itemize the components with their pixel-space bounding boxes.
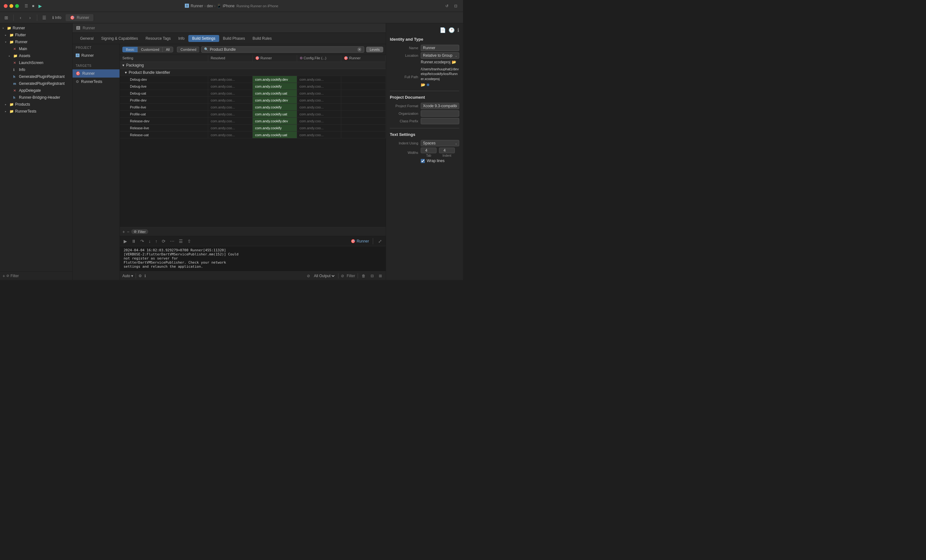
sidebar-toggle-button[interactable]: ☰: [23, 3, 30, 9]
step-out-btn[interactable]: ↑: [154, 238, 159, 244]
class-prefix-input[interactable]: [421, 118, 459, 124]
sidebar-item-main[interactable]: ✕ Main: [0, 45, 72, 52]
tab-general[interactable]: General: [76, 35, 97, 42]
filter-output-icon[interactable]: ⊘: [341, 274, 344, 278]
info-icon-footer[interactable]: ℹ: [144, 274, 146, 278]
td-release-live-config: com.andy.coo...: [297, 124, 342, 131]
close-button[interactable]: [4, 4, 8, 8]
filter-combined-btn[interactable]: Combined: [177, 47, 199, 52]
clock-icon[interactable]: 🕐: [448, 27, 455, 33]
sidebar-item-products[interactable]: ▸ 📁 Products: [0, 101, 72, 108]
forward-icon[interactable]: ›: [26, 14, 34, 21]
sidebar-item-gen-plugin-h[interactable]: h GeneratedPluginRegistrant: [0, 73, 72, 80]
sidebar-item-runnertests[interactable]: ▸ 📁 RunnerTests: [0, 108, 72, 115]
filter-search-box[interactable]: 🔍 Product Bundle ✕: [201, 46, 364, 53]
navigator-toggle-icon[interactable]: ⊞: [3, 14, 10, 21]
target-item-runner[interactable]: 🎯 Runner: [73, 70, 120, 77]
add-icon[interactable]: +: [3, 273, 5, 278]
breadcrumb: Runner › dev › 📱 iPhone: [191, 4, 235, 8]
tab-resource-tags[interactable]: Resource Tags: [142, 35, 174, 42]
split-view-btn[interactable]: ⊟: [369, 273, 375, 279]
sidebar-item-gen-plugin-m[interactable]: m GeneratedPluginRegistrant: [0, 80, 72, 87]
filter-all-btn[interactable]: All: [162, 47, 173, 52]
pause-log-btn[interactable]: ⏸: [130, 238, 137, 244]
thread-menu-btn[interactable]: ☰: [177, 238, 184, 244]
breadcrumb-device-name[interactable]: iPhone: [223, 4, 235, 8]
sidebar-item-flutter[interactable]: ▸ 📁 Flutter: [0, 32, 72, 38]
td-profile-dev-config: com.andy.coo...: [297, 97, 342, 103]
remove-setting-btn[interactable]: −: [127, 229, 129, 234]
reveal-in-finder-icon[interactable]: 📂: [452, 60, 456, 64]
bundle-id-section-header[interactable]: ▾ Product Bundle Identifier: [120, 69, 386, 76]
levels-btn[interactable]: Levels: [366, 47, 383, 52]
launchscreen-icon: ✕: [13, 61, 18, 65]
filter-icon-footer[interactable]: ⊘: [307, 274, 310, 278]
table-row-release-dev: Release-dev com.andy.coo... com.andy.coo…: [120, 118, 386, 124]
auto-select[interactable]: Auto ▾: [123, 274, 133, 278]
settings-icon-footer[interactable]: ⚙: [138, 274, 142, 278]
project-item-runner[interactable]: 🅰 Runner: [73, 51, 120, 60]
runnertests-folder-icon: 📁: [9, 109, 14, 114]
bundle-id-expand: ▾: [125, 70, 127, 75]
minimize-button[interactable]: [9, 4, 13, 8]
debug-menu-btn[interactable]: ⋯: [169, 238, 176, 244]
sidebar-item-runner-sub[interactable]: ▾ 📁 Runner: [0, 38, 72, 45]
toolbar: ⊞ ‹ › ☰ ℹ Info 🎯 Runner: [0, 12, 463, 23]
indent-using-select[interactable]: Spaces Tabs: [421, 140, 459, 146]
tab-signing[interactable]: Signing & Capabilities: [97, 35, 142, 42]
tab-info[interactable]: Info: [174, 35, 188, 42]
breadcrumb-scheme[interactable]: dev: [207, 4, 213, 8]
file-icon[interactable]: 📄: [440, 27, 446, 33]
expand-arrow-runnertests: ▸: [5, 110, 8, 113]
filter-icon[interactable]: ⊘: [6, 274, 9, 278]
add-setting-btn[interactable]: +: [123, 229, 125, 234]
td-debug-uat-runner: com.andy.cookify.uat: [253, 90, 297, 97]
project-format-select[interactable]: Xcode 9.3-compatible: [421, 103, 459, 109]
info-tab-label[interactable]: ℹ Info: [50, 15, 64, 20]
sidebar-item-info[interactable]: ℹ Info: [0, 66, 72, 73]
info-circle-icon[interactable]: ℹ: [457, 27, 459, 33]
target-item-runnertests[interactable]: ⚙ RunnerTests: [73, 77, 120, 86]
output-select[interactable]: All Output: [313, 273, 336, 278]
editor-toggle-button[interactable]: ⊡: [452, 3, 459, 9]
packaging-expand-icon: ▾: [123, 63, 124, 68]
tab-build-settings[interactable]: Build Settings: [188, 35, 219, 42]
location-select[interactable]: Relative to Group Absolute Path: [421, 52, 459, 59]
tab-width-input[interactable]: [421, 148, 437, 153]
wrap-lines-checkbox[interactable]: [421, 159, 425, 163]
indent-width-input[interactable]: [439, 148, 455, 153]
play-log-btn[interactable]: ▶: [123, 238, 129, 244]
filter-customized-btn[interactable]: Customized: [138, 47, 162, 52]
search-clear-btn[interactable]: ✕: [357, 47, 362, 52]
sidebar-item-launchscreen[interactable]: ✕ LaunchScreen: [0, 59, 72, 66]
step-into-btn[interactable]: ↓: [147, 238, 152, 244]
breadcrumb-project[interactable]: Runner: [191, 4, 203, 8]
runner-tab[interactable]: 🎯 Runner: [66, 14, 94, 21]
full-view-btn[interactable]: ⊞: [378, 273, 383, 279]
name-input[interactable]: [421, 45, 459, 51]
refresh-button[interactable]: ↺: [443, 3, 450, 9]
sidebar-item-runner-root[interactable]: ▾ 📁 Runner: [0, 24, 72, 32]
run-button[interactable]: ▶: [36, 3, 44, 9]
sidebar-item-bridging[interactable]: h Runner-Bridging-Header: [0, 94, 72, 101]
filter-basic-btn[interactable]: Basic: [123, 47, 138, 52]
filter-pill[interactable]: ⊘ Filter: [131, 229, 148, 234]
packaging-section[interactable]: ▾ Packaging: [120, 62, 386, 69]
search-input[interactable]: Product Bundle: [210, 47, 356, 52]
tab-build-rules[interactable]: Build Rules: [249, 35, 275, 42]
organization-row: Organization: [390, 110, 459, 117]
back-icon[interactable]: ‹: [17, 14, 24, 21]
step-over-btn[interactable]: ↷: [139, 238, 145, 244]
trash-btn[interactable]: 🗑: [360, 273, 367, 279]
stop-button[interactable]: ■: [30, 3, 36, 9]
sidebar-item-appdelegate[interactable]: ✕ AppDelegate: [0, 87, 72, 94]
hierarchy-icon[interactable]: ☰: [40, 14, 48, 21]
full-path-reveal-icon[interactable]: 📂: [421, 83, 425, 87]
maximize-button[interactable]: [15, 4, 19, 8]
tab-build-phases[interactable]: Build Phases: [219, 35, 249, 42]
continue-btn[interactable]: ⟳: [160, 238, 167, 244]
expand-log-btn[interactable]: ⤢: [377, 238, 383, 244]
share-btn[interactable]: ⇧: [186, 238, 192, 244]
sidebar-item-assets[interactable]: ▸ 📁 Assets: [0, 52, 72, 59]
organization-input[interactable]: [421, 110, 459, 117]
